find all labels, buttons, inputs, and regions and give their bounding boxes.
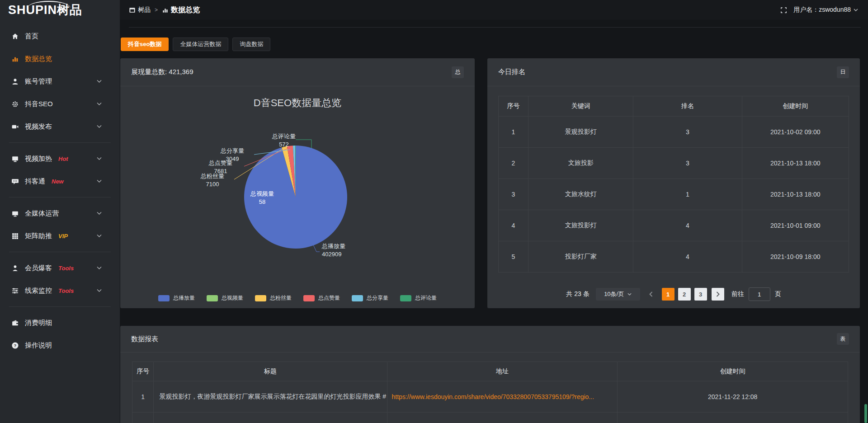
ranking-badge-button[interactable]: 日 [837, 66, 849, 78]
sidebar-item-sliders[interactable]: 线索监控Tools [0, 279, 120, 302]
table-header-row: 序号关键词排名创建时间 [499, 96, 849, 117]
table-cell [618, 413, 848, 423]
chevron-down-icon [627, 293, 632, 296]
sidebar-item-badge: New [52, 178, 64, 185]
overview-badge-button[interactable]: 总 [452, 66, 464, 78]
video-camera-icon [11, 123, 19, 131]
sidebar-item-screen[interactable]: 视频加热Hot [0, 147, 120, 170]
chevron-down-icon [97, 267, 102, 270]
page-button-1[interactable]: 1 [662, 288, 675, 301]
sidebar-item-label: 会员爆客 [25, 264, 52, 273]
sidebar-item-question[interactable]: ?操作说明 [0, 334, 120, 357]
legend-label: 总播放量 [173, 294, 195, 302]
table-cell: 2021-10-02 09:00 [742, 117, 849, 148]
legend-item-0[interactable]: 总播放量 [158, 294, 195, 302]
report-badge-button[interactable]: 表 [837, 333, 849, 345]
sidebar-divider [9, 142, 111, 143]
sidebar-item-member[interactable]: 会员爆客Tools [0, 257, 120, 279]
legend-item-5[interactable]: 总评论量 [400, 294, 437, 302]
pie-label-value: 3049 [226, 155, 239, 162]
table-header-row: 序号标题地址创建时间 [132, 362, 848, 381]
chevron-down-icon [97, 235, 102, 238]
legend-item-1[interactable]: 总视频量 [207, 294, 243, 302]
page-button-3[interactable]: 3 [694, 288, 707, 301]
sidebar-item-monitor[interactable]: 全媒体运营 [0, 202, 120, 225]
page-button-2[interactable]: 2 [678, 288, 691, 301]
question-icon: ? [11, 342, 19, 349]
ranking-card: 今日排名 日 序号关键词排名创建时间 1景观投影灯32021-10-02 09:… [487, 58, 860, 308]
chevron-left-icon [649, 291, 653, 297]
sidebar-item-video-camera[interactable]: 视频发布 [0, 115, 120, 138]
sidebar: SHUPIN树品 首页数据总览账号管理抖音SEO视频发布视频加热Hot抖客通Ne… [0, 0, 120, 423]
sidebar-item-label: 抖音SEO [25, 100, 53, 108]
sidebar-divider [9, 252, 111, 252]
sidebar-item-user[interactable]: 账号管理 [0, 70, 120, 93]
goto-page-input[interactable] [749, 287, 770, 301]
window-icon [129, 7, 136, 14]
goto-label: 前往 [731, 290, 744, 298]
table-cell: 文旅水纹灯 [528, 179, 633, 210]
legend-swatch [400, 295, 411, 301]
sidebar-divider [9, 306, 111, 307]
ranking-card-header: 今日排名 日 [487, 58, 860, 86]
table-cell: 4 [499, 210, 528, 241]
sidebar-item-home[interactable]: 首页 [0, 25, 120, 47]
table-cell: 1 [132, 381, 154, 413]
column-header: 创建时间 [618, 362, 848, 381]
sidebar-item-label: 数据总览 [25, 55, 52, 63]
table-row: 1景观投影灯32021-10-02 09:00 [499, 117, 849, 148]
prev-page-button[interactable] [645, 288, 657, 301]
next-page-button[interactable] [712, 288, 724, 301]
pagination-total: 共 23 条 [566, 290, 589, 298]
chat-icon [11, 178, 19, 185]
overview-title: 展现量总数: 421,369 [131, 68, 193, 76]
sidebar-item-label: 抖客通 [25, 177, 45, 186]
sidebar-item-badge: Tools [58, 287, 74, 294]
table-cell: 3 [633, 117, 742, 148]
sidebar-item-chat[interactable]: 抖客通New [0, 170, 120, 193]
legend-item-4[interactable]: 总分享量 [352, 294, 388, 302]
chevron-down-icon [97, 289, 102, 292]
page-size-select[interactable]: 10条/页 [596, 288, 640, 301]
sidebar-item-grid[interactable]: 矩阵助推VIP [0, 225, 120, 247]
legend-label: 总粉丝量 [270, 294, 292, 302]
sidebar-item-label: 账号管理 [25, 77, 52, 86]
sidebar-item-label: 线索监控 [25, 287, 52, 295]
table-cell: 3 [499, 179, 528, 210]
chevron-down-icon [97, 157, 102, 160]
chevron-down-icon [854, 9, 858, 11]
sidebar-item-badge: Hot [58, 155, 68, 162]
chevron-down-icon [97, 180, 102, 183]
pie-label-name: 总分享量 [220, 147, 244, 154]
table-cell: 文旅投影灯 [528, 210, 633, 241]
sidebar-item-bar-chart[interactable]: 数据总览 [0, 47, 120, 70]
breadcrumb-app[interactable]: 树品 [138, 6, 151, 14]
user-menu[interactable]: 用户名：zswodun88 [793, 6, 858, 14]
pie-label-value: 58 [259, 198, 265, 205]
table-cell: 景观投影灯 [528, 117, 633, 148]
grid-icon [11, 232, 19, 240]
sidebar-item-wallet[interactable]: 消费明细 [0, 311, 120, 334]
legend-item-2[interactable]: 总粉丝量 [255, 294, 292, 302]
breadcrumb-separator: > [155, 7, 158, 13]
username-label: 用户名：zswodun88 [793, 6, 851, 14]
fullscreen-icon[interactable] [780, 7, 787, 14]
column-header: 地址 [387, 362, 618, 381]
legend-item-3[interactable]: 总点赞量 [303, 294, 340, 302]
logo[interactable]: SHUPIN树品 [0, 0, 120, 20]
table-row: 2文旅投影32021-10-13 18:00 [499, 148, 849, 179]
gear-icon [11, 100, 19, 108]
table-cell: 文旅投影 [528, 148, 633, 179]
sidebar-item-label: 操作说明 [25, 341, 52, 350]
chart-legend: 总播放量总视频量总粉丝量总点赞量总分享量总评论量 [120, 294, 475, 302]
tab-2[interactable]: 询盘数据 [232, 38, 270, 51]
pie-label-value: 572 [279, 141, 289, 148]
video-title-cell: 景观投影灯，夜游景观投影灯厂家展示展示落花灯在花园里的灯光投影应用效果 # [154, 381, 387, 413]
pie-label-name: 总评论量 [272, 133, 296, 140]
tab-1[interactable]: 全媒体运营数据 [173, 38, 228, 51]
sidebar-item-gear[interactable]: 抖音SEO [0, 93, 120, 115]
video-link[interactable]: https://www.iesdouyin.com/share/video/70… [387, 381, 618, 413]
tab-0[interactable]: 抖音seo数据 [121, 38, 169, 51]
scrollbar-thumb[interactable] [864, 404, 867, 423]
chart-title: D音SEO数据量总览 [254, 97, 341, 108]
